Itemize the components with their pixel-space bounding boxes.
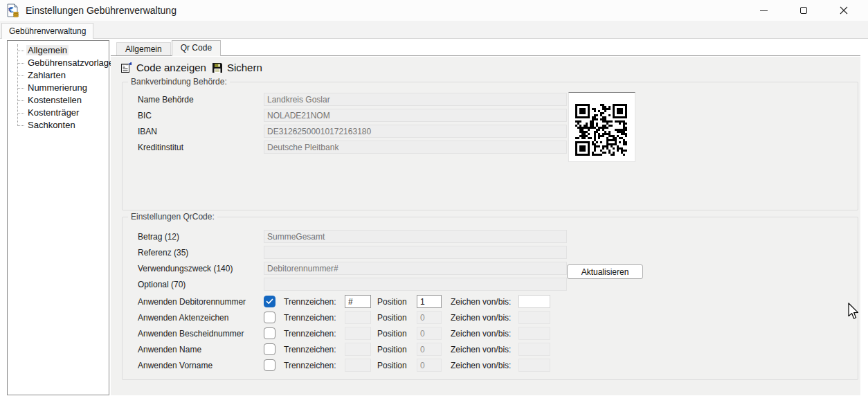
- position-input[interactable]: [417, 327, 442, 340]
- position-input[interactable]: [417, 359, 442, 372]
- trennzeichen-input[interactable]: [345, 343, 371, 356]
- position-label: Position: [377, 313, 417, 323]
- window-title: Einstellungen Gebührenverwaltung: [26, 5, 177, 16]
- field-row: Verwendungszweck (140): [123, 260, 858, 276]
- tab-allgemein[interactable]: Allgemein: [116, 42, 171, 55]
- field-row: Kreditinstitut: [123, 139, 858, 155]
- betrag-field[interactable]: [264, 230, 567, 243]
- aktualisieren-button[interactable]: Aktualisieren: [567, 264, 643, 279]
- field-row: Name Behörde: [123, 91, 858, 107]
- trennzeichen-label: Trennzeichen:: [284, 297, 345, 307]
- anwenden-debitorennummer-checkbox[interactable]: [264, 296, 275, 307]
- sidebar-item-kostentraeger[interactable]: Kostenträger: [8, 107, 109, 119]
- show-code-button[interactable]: Code anzeigen: [118, 61, 209, 74]
- field-row: IBAN: [123, 123, 858, 139]
- zeichen-input[interactable]: [518, 343, 550, 356]
- check-icon: [266, 298, 273, 305]
- save-icon: [212, 62, 223, 73]
- field-row: Betrag (12): [123, 228, 858, 244]
- referenz-field[interactable]: [264, 246, 567, 259]
- row-aktenzeichen: Anwenden Aktenzeichen Trennzeichen: Posi…: [123, 309, 858, 325]
- zeichen-label: Zeichen von/bis:: [451, 345, 515, 354]
- row-debitorennummer: Anwenden Debitorennummer Trennzeichen: P…: [123, 294, 858, 309]
- trennzeichen-input[interactable]: [345, 311, 371, 324]
- iban-field[interactable]: [264, 125, 567, 138]
- zeichen-input[interactable]: [518, 359, 550, 372]
- main-area: Allgemein Gebührensatzvorlage Zahlarten …: [0, 39, 868, 395]
- optional-field[interactable]: [264, 278, 567, 291]
- trennzeichen-label: Trennzeichen:: [284, 345, 345, 354]
- inner-tab-strip: Allgemein Qr Code: [111, 39, 860, 55]
- sidebar-item-kostenstellen[interactable]: Kostenstellen: [8, 94, 109, 107]
- save-label: Sichern: [227, 62, 262, 73]
- zeichen-label: Zeichen von/bis:: [451, 329, 515, 339]
- row-vorname: Anwenden Vorname Trennzeichen: Position …: [123, 357, 858, 373]
- anwenden-bescheidnummer-checkbox[interactable]: [264, 327, 275, 339]
- zeichen-input[interactable]: [518, 295, 550, 308]
- qr-code-preview: [568, 92, 635, 162]
- qr-settings-group: Einstellungen QrCode: Betrag (12) Refere…: [122, 217, 858, 380]
- kreditinstitut-field[interactable]: [264, 141, 567, 154]
- zeichen-label: Zeichen von/bis:: [451, 297, 515, 307]
- row-name: Anwenden Name Trennzeichen: Position Zei…: [123, 341, 858, 357]
- position-label: Position: [377, 329, 417, 339]
- field-row: BIC: [123, 107, 858, 123]
- qr-code-tab-page: Code anzeigen Sichern Bankverbindung Beh…: [111, 55, 860, 395]
- sidebar-item-nummerierung[interactable]: Nummerierung: [8, 82, 109, 94]
- position-label: Position: [377, 297, 417, 307]
- tab-gebuehrenverwaltung[interactable]: Gebührenverwaltung: [1, 23, 93, 39]
- position-input[interactable]: [417, 295, 442, 308]
- zeichen-input[interactable]: [518, 327, 550, 340]
- svg-text:€: €: [8, 6, 14, 15]
- position-input[interactable]: [417, 311, 442, 324]
- settings-tree: Allgemein Gebührensatzvorlage Zahlarten …: [7, 40, 109, 395]
- name-behoerde-field[interactable]: [264, 93, 567, 106]
- anwenden-debitorennummer-label: Anwenden Debitorennummer: [138, 297, 264, 307]
- position-label: Position: [377, 345, 417, 354]
- sidebar-item-allgemein[interactable]: Allgemein: [8, 44, 109, 57]
- toolbar: Code anzeigen Sichern: [111, 56, 860, 74]
- trennzeichen-label: Trennzeichen:: [284, 329, 345, 339]
- bank-group: Bankverbindung Behörde: Name Behörde BIC…: [122, 82, 858, 210]
- betrag-label: Betrag (12): [138, 232, 264, 242]
- anwenden-vorname-checkbox[interactable]: [264, 359, 275, 371]
- content-area: Allgemein Qr Code Code anzeigen: [111, 39, 860, 395]
- trennzeichen-label: Trennzeichen:: [284, 313, 345, 323]
- form-preview-icon: [120, 62, 132, 73]
- anwenden-aktenzeichen-label: Anwenden Aktenzeichen: [138, 313, 264, 323]
- anwenden-aktenzeichen-checkbox[interactable]: [264, 312, 275, 323]
- name-behoerde-label: Name Behörde: [138, 95, 264, 105]
- maximize-icon: [800, 7, 807, 14]
- sidebar-item-gebuehrensatzvorlage[interactable]: Gebührensatzvorlage: [8, 57, 109, 69]
- bank-group-title: Bankverbindung Behörde:: [128, 77, 230, 87]
- trennzeichen-input[interactable]: [345, 295, 371, 308]
- title-bar: € Einstellungen Gebührenverwaltung: [0, 0, 868, 21]
- anwenden-vorname-label: Anwenden Vorname: [138, 361, 264, 370]
- anwenden-name-checkbox[interactable]: [264, 343, 275, 355]
- zeichen-label: Zeichen von/bis:: [451, 313, 515, 323]
- verwendungszweck-field[interactable]: [264, 262, 567, 275]
- bic-field[interactable]: [264, 109, 567, 122]
- anwenden-name-label: Anwenden Name: [138, 345, 264, 354]
- save-button[interactable]: Sichern: [209, 61, 265, 74]
- maximize-button[interactable]: [788, 0, 820, 21]
- qr-group-title: Einstellungen QrCode:: [128, 212, 217, 222]
- window-controls: [748, 0, 868, 21]
- zeichen-label: Zeichen von/bis:: [451, 361, 515, 370]
- position-input[interactable]: [417, 343, 442, 356]
- tab-qr-code[interactable]: Qr Code: [172, 40, 221, 56]
- show-code-label: Code anzeigen: [136, 62, 206, 73]
- optional-label: Optional (70): [138, 280, 264, 289]
- close-button[interactable]: [828, 0, 860, 21]
- sidebar-item-sachkonten[interactable]: Sachkonten: [8, 119, 109, 132]
- referenz-label: Referenz (35): [138, 248, 264, 258]
- trennzeichen-input[interactable]: [345, 359, 371, 372]
- outer-tab-strip: Gebührenverwaltung: [0, 21, 868, 39]
- minimize-button[interactable]: [748, 0, 779, 21]
- sidebar-item-zahlarten[interactable]: Zahlarten: [8, 69, 109, 82]
- bic-label: BIC: [138, 111, 264, 120]
- trennzeichen-input[interactable]: [345, 327, 371, 340]
- zeichen-input[interactable]: [518, 311, 550, 324]
- minimize-icon: [760, 10, 768, 11]
- iban-label: IBAN: [138, 127, 264, 136]
